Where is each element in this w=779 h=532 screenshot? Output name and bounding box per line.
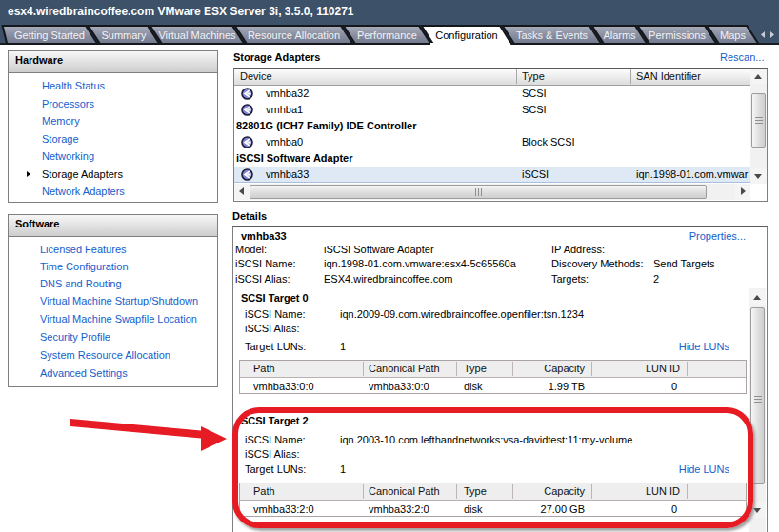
svg-text:Tasks & Events: Tasks & Events (516, 30, 589, 41)
svg-text:Summary: Summary (101, 30, 147, 41)
svg-text:Alarms: Alarms (603, 30, 636, 41)
svg-text:Getting Started: Getting Started (14, 30, 85, 41)
svg-text:Configuration: Configuration (435, 30, 497, 41)
svg-text:Permissions: Permissions (649, 30, 706, 41)
svg-text:Performance: Performance (357, 30, 417, 41)
svg-text:Virtual Machines: Virtual Machines (158, 30, 236, 41)
svg-text:Resource Allocation: Resource Allocation (248, 30, 340, 41)
svg-text:Maps: Maps (720, 30, 746, 41)
